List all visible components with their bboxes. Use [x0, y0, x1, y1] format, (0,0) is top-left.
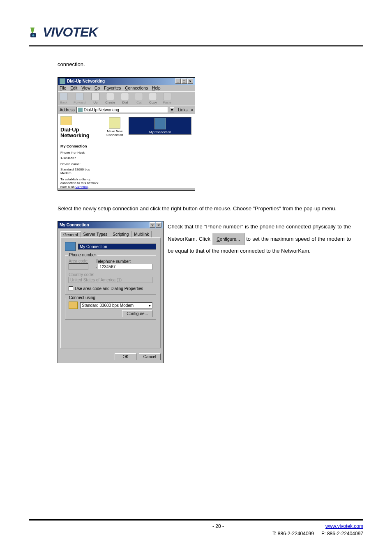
create-button[interactable]: Create — [105, 93, 115, 104]
configure-button[interactable]: Configure... — [122, 310, 152, 317]
dialup-window: Dial-Up Networking _ □ × File Edit View … — [58, 77, 195, 191]
my-connection-dialog: My Connection ? × General Server Types S… — [58, 221, 164, 363]
cancel-button[interactable]: Cancel — [139, 353, 161, 360]
svg-point-1 — [32, 34, 35, 36]
logo: VIVOTEK — [29, 25, 363, 40]
copy-button[interactable]: Copy — [149, 93, 157, 104]
footer-rule — [29, 519, 363, 521]
footer-url[interactable]: www.vivotek.com — [325, 523, 363, 529]
links-chevron-icon: » — [191, 108, 193, 112]
connect-using-legend: Connect using: — [68, 295, 98, 300]
dial-button[interactable]: Dial — [121, 93, 129, 104]
menu-go[interactable]: Go — [95, 86, 100, 90]
page-number: - 20 - — [111, 523, 325, 529]
area-code-label: Area code: — [69, 259, 93, 263]
window-controls: _ □ × — [175, 78, 193, 84]
country-label: Country code: — [69, 272, 152, 277]
check-paragraph: Check that the "Phone number" is the pho… — [168, 221, 351, 257]
make-new-connection-icon[interactable]: Make New Connection — [106, 117, 123, 137]
paste-button[interactable]: Paste — [163, 93, 171, 104]
folder-icon — [78, 108, 83, 112]
menu-view[interactable]: View — [81, 86, 90, 90]
phone-value: 1-1234567 — [60, 156, 100, 160]
checkbox-icon — [69, 286, 73, 291]
maximize-icon[interactable]: □ — [181, 78, 187, 84]
menubar: File Edit View Go Favorites Connections … — [58, 85, 195, 91]
logo-text: VIVOTEK — [43, 25, 97, 40]
close-icon[interactable]: × — [156, 222, 161, 228]
window-title: Dial-Up Networking — [67, 79, 105, 83]
info-pane: Dial-Up Networking My Connection Phone #… — [58, 114, 103, 188]
back-button[interactable]: Back — [60, 93, 68, 104]
toolbar: Back Forward Up Create Dial Cut Copy Pas… — [58, 91, 195, 106]
tabstrip: General Server Types Scripting Multilink — [60, 231, 161, 237]
address-label: Address — [60, 108, 75, 112]
phone-groupbox: Phone number Area code: Telephone number… — [65, 255, 156, 295]
icon-pane: Make New Connection My Connection — [103, 114, 195, 188]
close-icon[interactable]: × — [187, 78, 193, 84]
tab-server-types[interactable]: Server Types — [81, 231, 111, 237]
menu-edit[interactable]: Edit — [70, 86, 77, 90]
modem-select[interactable]: Standard 33600 bps Modem ▾ — [80, 302, 152, 309]
forward-button[interactable]: Forward — [74, 93, 85, 104]
connect-using-groupbox: Connect using: Standard 33600 bps Modem … — [65, 298, 156, 320]
connection-icon — [65, 242, 76, 251]
select-paragraph: Select the newly setup connection and cl… — [58, 203, 351, 215]
phone-legend: Phone number — [68, 253, 97, 257]
folder-icon — [60, 116, 72, 125]
intro-paragraph: connection. — [58, 59, 351, 71]
header-rule — [29, 45, 363, 46]
my-connection-icon[interactable]: My Connection — [129, 117, 191, 135]
telephone-label: Telephone number: — [96, 259, 152, 264]
phone-label: Phone # or Host: — [60, 151, 100, 154]
dialog-body: General Server Types Scripting Multilink… — [58, 228, 163, 351]
device-label: Device name: — [60, 162, 100, 166]
tab-multilink[interactable]: Multilink — [131, 231, 152, 237]
selection-name: My Connection — [60, 144, 100, 148]
logo-icon — [29, 27, 40, 38]
links-label[interactable]: Links — [176, 107, 189, 113]
app-icon — [60, 78, 65, 84]
up-button[interactable]: Up — [91, 93, 99, 104]
pane-title: Dial-Up Networking — [60, 127, 100, 139]
tab-scripting[interactable]: Scripting — [110, 231, 131, 237]
dialog-title: My Connection — [60, 223, 89, 227]
menu-file[interactable]: File — [60, 86, 66, 90]
connection-name-field[interactable]: My Connection — [78, 244, 156, 250]
explorer-body: Dial-Up Networking My Connection Phone #… — [58, 114, 195, 188]
address-field[interactable]: Dial-Up Networking — [76, 107, 168, 113]
ok-button[interactable]: OK — [115, 353, 136, 360]
address-bar: Address Dial-Up Networking ▾ Links » — [58, 106, 195, 114]
use-area-code-checkbox[interactable]: Use area code and Dialing Properties — [69, 286, 152, 291]
footer-fax: F: 886-2-22404097 — [321, 531, 363, 537]
dropdown-icon[interactable]: ▾ — [170, 107, 174, 113]
titlebar: Dial-Up Networking _ □ × — [58, 78, 195, 85]
telephone-field[interactable]: 1234567 — [98, 264, 152, 270]
area-code-field — [69, 263, 88, 270]
dialup-screenshot: Dial-Up Networking _ □ × File Edit View … — [58, 77, 351, 191]
chevron-down-icon: ▾ — [149, 303, 151, 308]
footer-tel: T: 886-2-22404099 — [272, 531, 314, 537]
configure-button-ref: Configure... — [212, 233, 244, 245]
tab-panel: My Connection Phone number Area code: Te… — [60, 237, 161, 348]
cut-button[interactable]: Cut — [135, 93, 143, 104]
page-footer: - 20 - www.vivotek.com T: 886-2-22404099… — [29, 519, 363, 537]
menu-connections[interactable]: Connections — [125, 86, 148, 90]
dialog-titlebar: My Connection ? × — [58, 221, 163, 228]
menu-favorites[interactable]: Favorites — [104, 86, 121, 90]
help-text: To establish a dial-up connection to thi… — [60, 177, 100, 189]
dialog-footer: OK Cancel — [58, 351, 163, 363]
menu-help[interactable]: Help — [152, 86, 161, 90]
modem-icon — [69, 302, 78, 309]
device-value: Standard 33600 bps Modem — [60, 168, 100, 175]
tab-general[interactable]: General — [60, 231, 81, 238]
help-icon[interactable]: ? — [150, 222, 155, 228]
connect-link[interactable]: Connect — [75, 185, 88, 189]
minimize-icon[interactable]: _ — [175, 78, 181, 84]
country-select: United States of America (1) — [69, 277, 152, 283]
